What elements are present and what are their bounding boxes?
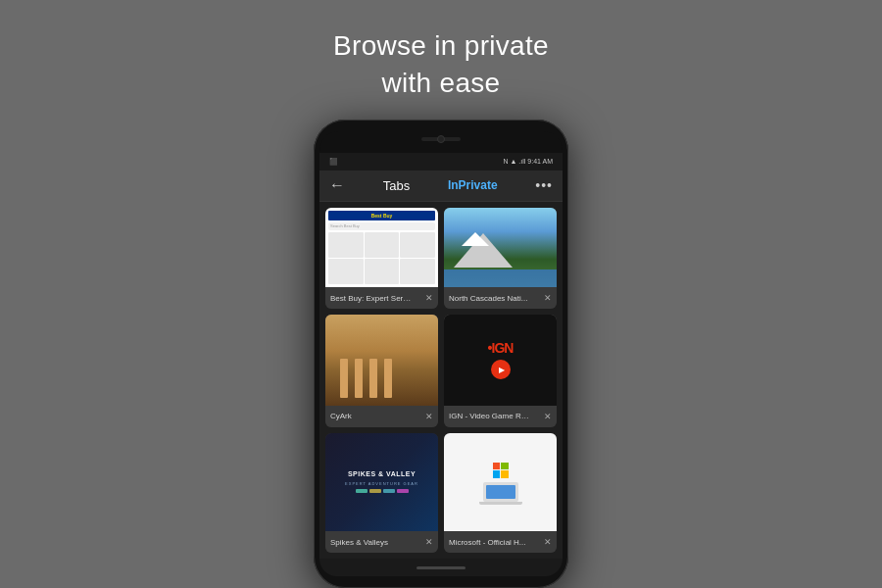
tab-label-bar-microsoft: Microsoft - Official H... ✕ xyxy=(444,531,557,553)
tab-label-bar-northcascades: North Cascades Nati... ✕ xyxy=(444,287,557,309)
badge-hike xyxy=(369,489,381,493)
tab-close-microsoft[interactable]: ✕ xyxy=(544,537,552,547)
browser-screen: ← Tabs InPrivate ••• Best Buy Search Bes… xyxy=(319,171,563,559)
inprivate-label[interactable]: InPrivate xyxy=(448,178,498,192)
ms-logo-q2 xyxy=(501,463,509,470)
ms-laptop-screen xyxy=(486,485,515,499)
ms-laptop-image xyxy=(483,482,518,502)
phone-bottom-bar xyxy=(319,559,563,576)
tab-label-bar-ign: IGN - Video Game Re... ✕ xyxy=(444,406,557,427)
tab-card-northcascades[interactable]: North Cascades Nati... ✕ xyxy=(444,208,557,309)
tab-label-northcascades: North Cascades Nati... xyxy=(449,294,527,303)
status-right: N ▲ .ıll 9:41 AM xyxy=(503,158,553,165)
status-bar: ⬛ N ▲ .ıll 9:41 AM xyxy=(319,153,563,171)
badge-bike xyxy=(397,489,409,493)
tab-close-cyark[interactable]: ✕ xyxy=(425,412,433,421)
headline-text: Browse in private with ease xyxy=(333,27,549,102)
tab-label-bar-bestbuy: Best Buy: Expert Serv... ✕ xyxy=(325,287,438,309)
tab-thumb-northcascades xyxy=(444,208,557,287)
tab-card-ign[interactable]: •IGN IGN - Video Game Re... ✕ xyxy=(444,315,557,426)
badge-camp xyxy=(356,489,368,493)
back-button[interactable]: ← xyxy=(329,176,345,194)
tab-close-spikes[interactable]: ✕ xyxy=(425,537,433,547)
browser-nav-bar: ← Tabs InPrivate ••• xyxy=(319,171,563,202)
tab-card-bestbuy[interactable]: Best Buy Search Best Buy Best Buy xyxy=(325,208,438,309)
spikes-title: SPIKES & VALLEY xyxy=(348,470,416,478)
phone-camera xyxy=(437,135,445,143)
phone-top-bar xyxy=(319,131,563,153)
status-network: N xyxy=(503,158,508,165)
tabs-label[interactable]: Tabs xyxy=(383,178,410,193)
tab-thumb-microsoft xyxy=(444,433,557,531)
tab-thumb-spikes: SPIKES & VALLEY EXPERT ADVENTURE GEAR xyxy=(325,433,438,531)
ign-play-button xyxy=(491,360,511,379)
tab-thumb-cyark xyxy=(325,315,438,405)
ms-logo-q3 xyxy=(493,470,501,478)
tab-thumb-ign: •IGN xyxy=(444,315,557,405)
tabs-grid: Best Buy Search Best Buy Best Buy xyxy=(319,202,563,559)
tab-label-cyark: CyArk xyxy=(330,412,352,420)
status-icon-photo: ⬛ xyxy=(329,158,338,166)
ign-logo: •IGN xyxy=(488,340,514,356)
spikes-subtitle: EXPERT ADVENTURE GEAR xyxy=(345,481,418,486)
tab-thumb-bestbuy: Best Buy Search Best Buy xyxy=(325,208,438,287)
tab-card-microsoft[interactable]: Microsoft - Official H... ✕ xyxy=(444,433,557,553)
tab-label-bestbuy: Best Buy: Expert Serv... xyxy=(330,294,413,303)
home-indicator xyxy=(416,566,466,569)
more-button[interactable]: ••• xyxy=(535,177,553,193)
tab-label-ign: IGN - Video Game Re... xyxy=(449,412,531,420)
badge-climb xyxy=(383,489,395,493)
phone-device: ⬛ N ▲ .ıll 9:41 AM ← Tabs InPrivate ••• … xyxy=(314,120,568,588)
status-battery-pct: 9:41 AM xyxy=(527,158,553,165)
tab-close-bestbuy[interactable]: ✕ xyxy=(425,293,433,303)
tab-card-cyark[interactable]: CyArk ✕ xyxy=(325,315,438,426)
tab-close-northcascades[interactable]: ✕ xyxy=(544,293,552,303)
tab-card-spikes[interactable]: SPIKES & VALLEY EXPERT ADVENTURE GEAR Sp… xyxy=(325,433,438,553)
status-signal: ▲ .ıll xyxy=(510,158,525,165)
ms-logo-q4 xyxy=(501,470,509,478)
tab-label-microsoft: Microsoft - Official H... xyxy=(449,538,526,547)
tab-label-bar-spikes: Spikes & Valleys ✕ xyxy=(325,531,438,553)
ms-logo-q1 xyxy=(493,463,501,470)
microsoft-logo xyxy=(493,463,509,478)
tab-label-spikes: Spikes & Valleys xyxy=(330,538,388,547)
status-left: ⬛ xyxy=(329,158,338,166)
spikes-badges xyxy=(356,489,409,493)
tab-label-bar-cyark: CyArk ✕ xyxy=(325,406,438,427)
tab-close-ign[interactable]: ✕ xyxy=(544,412,552,421)
